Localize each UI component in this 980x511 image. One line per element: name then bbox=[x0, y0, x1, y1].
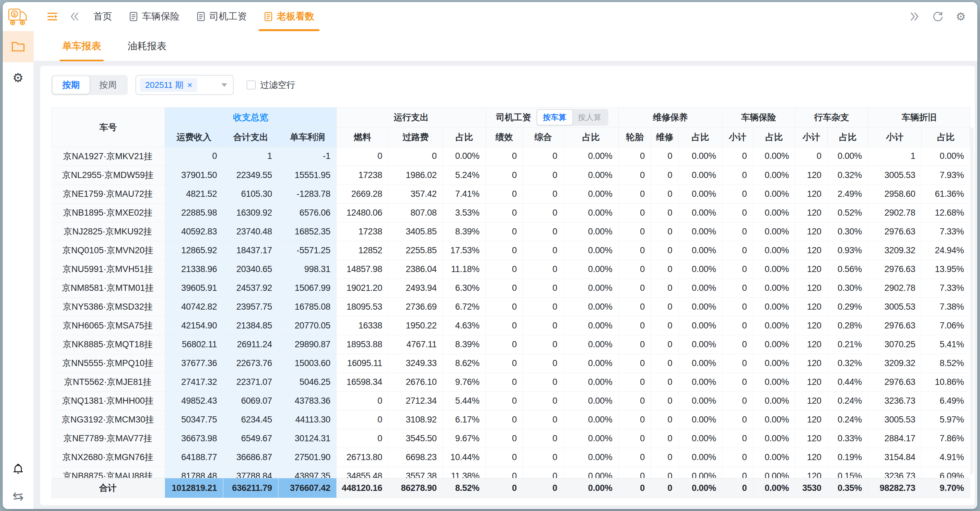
value-cell: 5046.25 bbox=[278, 373, 336, 392]
period-select[interactable]: 202511 期 × bbox=[135, 75, 234, 95]
value-cell: 18437.17 bbox=[223, 241, 278, 260]
report-tab-0[interactable]: 单车报表 bbox=[62, 31, 101, 61]
wage-calc-option[interactable]: 按车算 bbox=[537, 110, 572, 125]
value-cell: 0.00% bbox=[753, 410, 795, 429]
value-cell: 0.00% bbox=[753, 373, 795, 392]
notifications-bell[interactable] bbox=[3, 458, 34, 479]
value-cell: 0 bbox=[618, 166, 651, 185]
value-cell: 22349.55 bbox=[223, 166, 278, 185]
settings-gear-icon[interactable]: ⚙ bbox=[956, 11, 966, 22]
nav-tab-3[interactable]: 老板看数 bbox=[264, 2, 314, 31]
nav-tab-2[interactable]: 司机工资 bbox=[196, 2, 247, 31]
value-cell: 0 bbox=[651, 185, 678, 203]
col-group-overview[interactable]: 收支总览 bbox=[165, 108, 337, 127]
hamburger-arrow-icon[interactable] bbox=[47, 11, 58, 22]
period-mode-option[interactable]: 按周 bbox=[89, 76, 126, 94]
value-cell: 0 bbox=[485, 316, 523, 335]
value-cell: 3236.73 bbox=[868, 392, 921, 410]
vehicle-cell: 京NX2680·京MGN76挂 bbox=[51, 448, 165, 466]
value-cell: 16852.35 bbox=[278, 222, 336, 241]
value-cell: 120 bbox=[795, 335, 827, 354]
value-cell: 0.28% bbox=[827, 316, 868, 335]
value-cell: 0.00% bbox=[563, 316, 618, 335]
value-cell: 4821.52 bbox=[165, 185, 223, 203]
vehicle-cell: 京NH6065·京MSA75挂 bbox=[51, 316, 165, 335]
nav-tab-0[interactable]: 首页 bbox=[93, 2, 112, 31]
value-cell: 0.00% bbox=[678, 166, 722, 185]
value-cell: 20340.65 bbox=[223, 260, 278, 279]
value-cell: 30124.31 bbox=[278, 429, 336, 448]
value-cell: 34855.48 bbox=[336, 466, 388, 478]
value-cell: 2255.85 bbox=[388, 241, 443, 260]
value-cell: 357.42 bbox=[388, 185, 443, 203]
sidebar-item-settings[interactable]: ⚙ bbox=[3, 62, 34, 93]
double-chevron-left-icon[interactable] bbox=[69, 11, 80, 22]
value-cell: 0 bbox=[618, 466, 651, 478]
value-cell: 12865.92 bbox=[165, 241, 223, 260]
value-cell: 0 bbox=[523, 373, 563, 392]
period-mode-option[interactable]: 按期 bbox=[52, 76, 89, 94]
value-cell: 40742.82 bbox=[165, 297, 223, 316]
value-cell: 3405.85 bbox=[388, 222, 443, 241]
nav-tab-label: 司机工资 bbox=[209, 10, 247, 23]
col-group: 维修保养 bbox=[619, 108, 722, 127]
value-cell: 7.41% bbox=[443, 185, 485, 203]
value-cell: 6.30% bbox=[443, 279, 485, 297]
value-cell: 0.00% bbox=[753, 354, 795, 373]
value-cell: 0.00% bbox=[563, 147, 618, 166]
value-cell: 0 bbox=[523, 448, 563, 466]
value-cell: 6.72% bbox=[443, 297, 485, 316]
value-cell: 0.00% bbox=[753, 448, 795, 466]
value-cell: 7.33% bbox=[921, 279, 970, 297]
value-cell: 2736.69 bbox=[388, 297, 443, 316]
value-cell: 0.00% bbox=[753, 222, 795, 241]
value-cell: 120 bbox=[795, 241, 827, 260]
col-header: 小计 bbox=[795, 127, 828, 147]
value-cell: 0 bbox=[618, 185, 651, 203]
vehicle-cell: 京NG3192·京MCM30挂 bbox=[51, 410, 165, 429]
refresh-icon[interactable] bbox=[932, 11, 944, 22]
switch-account-button[interactable]: ⇆ bbox=[3, 488, 34, 505]
double-chevron-right-icon[interactable] bbox=[909, 11, 920, 22]
value-cell: 0 bbox=[722, 222, 753, 241]
report-tab-1[interactable]: 油耗报表 bbox=[128, 31, 167, 61]
value-cell: 0 bbox=[523, 429, 563, 448]
value-cell: 0.00% bbox=[563, 373, 618, 392]
value-cell: 24.94% bbox=[921, 241, 970, 260]
total-value-cell: 0.00% bbox=[753, 478, 795, 498]
table-body-viewport[interactable]: 京NA1927·京MKV21挂01-1000.00%000.00%000.00%… bbox=[51, 147, 970, 478]
value-cell: 0.33% bbox=[827, 429, 868, 448]
value-cell: 0 bbox=[651, 279, 678, 297]
value-cell: 2493.94 bbox=[388, 279, 443, 297]
value-cell: 807.08 bbox=[388, 203, 443, 222]
sidebar-item-reports[interactable] bbox=[3, 31, 34, 62]
period-mode-toggle: 按期按周 bbox=[51, 75, 128, 95]
value-cell: 7.06% bbox=[921, 316, 970, 335]
value-cell: 2976.63 bbox=[868, 373, 921, 392]
checkbox-box[interactable] bbox=[247, 80, 256, 89]
filter-empty-rows-checkbox[interactable]: 过滤空行 bbox=[247, 79, 295, 91]
total-value-cell: 9.70% bbox=[921, 478, 970, 498]
period-tag-close-icon[interactable]: × bbox=[187, 81, 192, 89]
value-cell: 0 bbox=[618, 297, 651, 316]
value-cell: 0 bbox=[485, 203, 523, 222]
nav-tab-1[interactable]: 车辆保险 bbox=[129, 2, 180, 31]
value-cell: 0.21% bbox=[827, 335, 868, 354]
value-cell: 5.44% bbox=[443, 392, 485, 410]
app-logo[interactable]: $ bbox=[3, 6, 34, 27]
value-cell: 3545.50 bbox=[388, 429, 443, 448]
value-cell: 6.17% bbox=[443, 410, 485, 429]
value-cell: 0 bbox=[618, 260, 651, 279]
value-cell: 0.00% bbox=[563, 185, 618, 203]
nav-tab-label: 老板看数 bbox=[277, 10, 314, 23]
value-cell: 0.29% bbox=[827, 297, 868, 316]
value-cell: 12852 bbox=[336, 241, 388, 260]
value-cell: 0 bbox=[485, 410, 523, 429]
value-cell: 0.00% bbox=[753, 260, 795, 279]
value-cell: 0.00% bbox=[563, 279, 618, 297]
value-cell: 11.38% bbox=[443, 466, 485, 478]
value-cell: 2902.78 bbox=[868, 203, 921, 222]
wage-calc-option[interactable]: 按人算 bbox=[572, 110, 607, 125]
value-cell: 17238 bbox=[336, 166, 388, 185]
value-cell: 7.86% bbox=[921, 429, 970, 448]
